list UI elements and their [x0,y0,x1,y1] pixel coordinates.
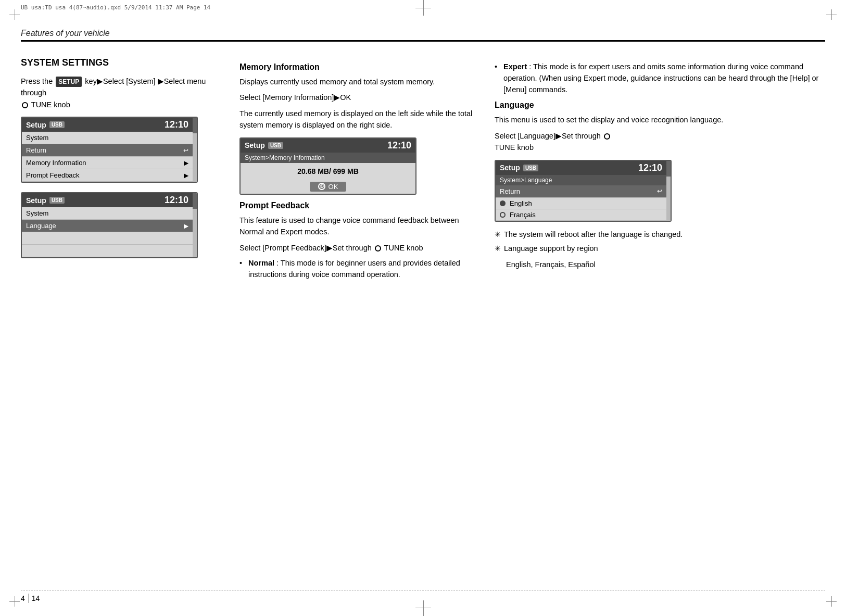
screen-3-header: Setup USB 12:10 [241,139,415,153]
screen-4: Setup USB 12:10 System>Language Return ↩ [495,160,672,222]
screen-4-return-label: Return [500,187,520,195]
language-step: Select [Language]▶Set through TUNE knob [495,130,825,154]
screen-1-system-label: System [26,134,48,142]
setup-badge: SETUP [56,77,82,87]
mid-column: Memory Information Displays currently us… [239,57,495,285]
system-settings-heading: SYSTEM SETTINGS [21,57,224,68]
arrow-right: ▶ [97,77,103,85]
prompt-step-arrow: ▶ [326,244,333,252]
tune-knob-icon-3 [604,133,610,140]
page-num-left: 4 [21,594,25,602]
main-columns: SYSTEM SETTINGS Press the SETUP key▶Sele… [21,57,825,285]
screen-2-time: 12:10 [165,195,188,206]
screen-2-scrollbar [193,193,197,257]
screen-3-ok-btn: ① OK [310,182,347,192]
screen-3-time: 12:10 [387,140,411,151]
screen-4-row-english: English [496,198,666,209]
screen-1-scroll-thumb [193,118,197,133]
bullet-normal-text: Normal : This mode is for beginner users… [248,258,479,281]
screen-3-header-left: Setup USB [245,141,283,149]
screen-3-body: 20.68 MB/ 699 MB ① OK [241,163,415,194]
screen-3-title: Setup [245,141,265,149]
screen-4-english-label: English [510,199,532,207]
bullet-normal-bold: Normal [248,259,274,267]
memory-step1-end: OK [340,93,351,102]
screen-4-body: Return ↩ English Français [496,185,666,221]
screen-1-time: 12:10 [165,119,188,130]
key-text: key [85,77,97,85]
language-step2: Set through [562,132,603,140]
expert-bullet-list: Expert : This mode is for expert users a… [495,61,825,95]
bullet-expert: Expert : This mode is for expert users a… [495,61,825,95]
prompt-text1: This feature is used to change voice com… [239,215,479,238]
tune-knob-icon [22,102,28,108]
tune-label2: TUNE knob [495,143,534,152]
screen-3-ok-label: OK [329,183,338,191]
screen-2: Setup USB 12:10 System Language ▶ [21,192,198,258]
screen-2-body: System Language ▶ [22,207,193,257]
note-1-star: ✳ [495,229,501,241]
memory-step1-arrow: ▶ [334,93,340,102]
corner-crosshair-br [826,596,837,607]
arrow-right2: ▶ [158,77,164,85]
screen-3-ok-circle: ① [318,183,325,190]
screen-1-header-left: Setup USB [26,121,65,129]
screen-1-row-return: Return ↩ [22,144,193,157]
language-text1: This menu is used to set the display and… [495,114,825,125]
screen-1-usb: USB [49,121,65,128]
prompt-step: Select [Prompt Feedback]▶Set through TUN… [239,242,479,254]
notes-list: ✳ The system will reboot after the langu… [495,229,825,255]
screen-4-return-icon: ↩ [657,187,662,195]
screen-3: Setup USB 12:10 System>Memory Informatio… [239,137,416,195]
screen-4-subheader: System>Language [496,175,666,185]
memory-text1: Displays currently used memory and total… [239,76,479,87]
language-arrow: ▶ [555,132,562,140]
page-header: Features of your vehicle [21,29,825,42]
screen-2-scroll-thumb [193,193,197,209]
language-step-text: Select [Language] [495,132,555,140]
screen-1-main: Setup USB 12:10 System Return [22,118,193,182]
prompt-feedback-heading: Prompt Feedback [239,201,479,210]
page-number: 4 14 [21,594,40,603]
memory-step1: Select [Memory Information]▶OK [239,92,479,103]
memory-info-heading: Memory Information [239,62,479,72]
screen-1-content: Setup USB 12:10 System Return [22,118,197,182]
screen-1-title: Setup [26,121,46,129]
tune-label: TUNE knob [384,244,423,252]
language-support-text: English, Français, Español [506,259,825,270]
screen-4-main: Setup USB 12:10 System>Language Return ↩ [496,161,666,221]
screen-1-header: Setup USB 12:10 [22,118,193,132]
screen-1-prompt-arrow: ▶ [184,172,188,179]
screen-4-header: Setup USB 12:10 [496,161,666,175]
screen-4-row-return: Return ↩ [496,185,666,198]
screen-2-main: Setup USB 12:10 System Language ▶ [22,193,193,257]
prompt-step-text: Select [Prompt Feedback] [239,244,326,252]
page-header-title: Features of your vehicle [21,29,110,37]
corner-crosshair-bl [9,596,20,607]
page-num-divider [28,594,29,603]
corner-crosshair-tr [826,9,837,20]
screen-4-row-francais: Français [496,209,666,221]
bullet-normal: Normal : This mode is for beginner users… [239,258,479,281]
screen-1-scrollbar [193,118,197,182]
screen-4-scroll-thumb [666,161,671,177]
memory-step1-text: Select [Memory Information] [239,93,334,102]
note-1: ✳ The system will reboot after the langu… [495,229,825,241]
note-1-text: The system will reboot after the languag… [504,229,683,241]
screen-3-memory-value: 20.68 MB/ 699 MB [241,163,415,180]
screen-2-row-language: Language ▶ [22,220,193,232]
screen-4-usb: USB [523,165,538,171]
screen-2-language-arrow: ▶ [184,222,188,230]
screen-3-subheader: System>Memory Information [241,153,415,163]
note-2: ✳ Language support by region [495,243,825,255]
tune-knob-icon-2 [375,245,381,252]
page-footer: 4 14 [21,590,825,603]
page-num-right: 14 [32,594,40,602]
screen-4-title: Setup [500,164,520,172]
screen-1-memory-label: Memory Information [26,159,86,167]
screen-4-scrollbar [666,161,671,221]
left-column: SYSTEM SETTINGS Press the SETUP key▶Sele… [21,57,239,265]
bullet-expert-bold: Expert [503,62,527,71]
right-column: Expert : This mode is for expert users a… [495,57,825,275]
screen-2-header: Setup USB 12:10 [22,193,193,207]
